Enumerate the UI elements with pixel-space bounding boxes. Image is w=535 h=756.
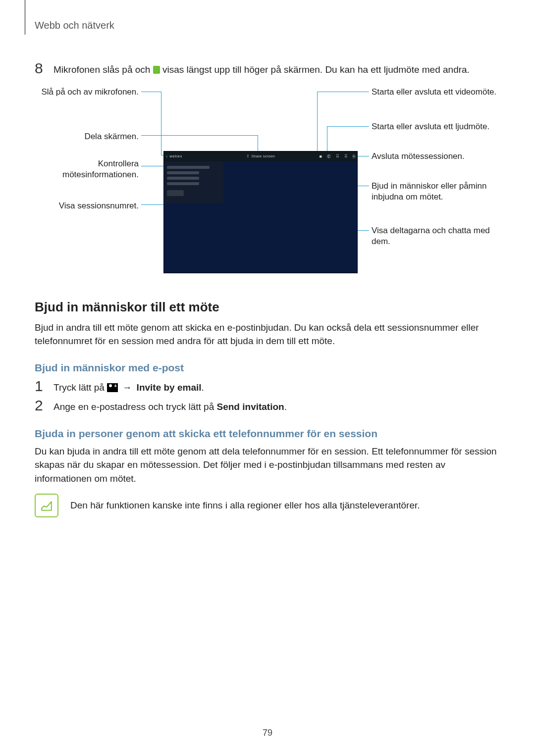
callout-share-screen: Dela skärmen. — [35, 131, 139, 142]
callout-diagram: Slå på och av mikrofonen. Dela skärmen. … — [35, 82, 500, 280]
invite-phone-body: Du kan bjuda in andra till ett möte geno… — [35, 445, 500, 486]
step-number: 2 — [35, 398, 50, 413]
step2-tail: . — [284, 402, 287, 412]
participants-icon[interactable]: ⠿ — [336, 154, 339, 159]
callout-mic-toggle: Slå på och av mikrofonen. — [35, 87, 139, 98]
step1-text-a: Tryck lätt på — [54, 382, 107, 393]
arrow-icon: → — [122, 381, 132, 395]
back-chevron-icon: ‹ — [166, 153, 167, 159]
step-number: 1 — [35, 379, 50, 394]
breadcrumb: Webb och nätverk — [35, 20, 500, 31]
step2-text-a: Ange en e-postadress och tryck lätt på — [54, 402, 217, 412]
app-screenshot: ‹ webex ⇧ Share screen ■ ✆ ⠿ ⠿ ⎘ — [163, 151, 358, 273]
invite-intro: Bjud in andra till ett möte genom att sk… — [35, 321, 500, 348]
note-box: Den här funktionen kanske inte finns i a… — [35, 494, 500, 517]
callout-video-meeting: Starta eller avsluta ett videomöte. — [372, 87, 500, 98]
audio-icon[interactable]: ✆ — [327, 154, 331, 159]
send-invitation-label: Send invitation — [217, 402, 284, 412]
callout-session-number: Visa sessionsnumret. — [35, 201, 139, 211]
add-person-icon[interactable]: ⠿ — [344, 154, 348, 159]
meeting-info-panel — [164, 161, 223, 203]
callout-view-attendees: Visa deltagarna och chatta med dem. — [372, 225, 500, 247]
callout-end-session: Avsluta mötessessionen. — [372, 151, 500, 162]
step8-text-a: Mikrofonen slås på och — [54, 64, 153, 75]
share-icon: ⇧ — [246, 154, 250, 158]
callout-meeting-info: Kontrollera mötesinformationen. — [35, 158, 139, 180]
step1-tail: . — [202, 382, 204, 393]
email-step-2: 2 Ange en e-postadress och tryck lätt på… — [35, 398, 500, 414]
video-icon[interactable]: ■ — [320, 154, 322, 159]
step8-text-b: visas längst upp till höger på skärmen. … — [162, 64, 470, 75]
note-icon — [35, 494, 58, 517]
mic-status-icon — [153, 66, 160, 74]
step-number: 8 — [35, 61, 50, 76]
webex-logo: webex — [169, 154, 182, 158]
callout-audio-meeting: Starta eller avsluta ett ljudmöte. — [372, 121, 500, 132]
share-screen-button[interactable]: ⇧ Share screen — [246, 154, 275, 158]
share-label: Share screen — [251, 154, 275, 158]
page-number: 79 — [0, 728, 535, 738]
note-text: Den här funktionen kanske inte finns i a… — [70, 500, 420, 511]
step-8: 8 Mikrofonen slås på och visas längst up… — [35, 61, 500, 77]
step-text: Mikrofonen slås på och visas längst upp … — [54, 61, 470, 77]
invite-phone-heading: Bjuda in personer genom att skicka ett t… — [35, 428, 500, 440]
invite-email-heading: Bjud in människor med e-post — [35, 362, 500, 374]
email-step-1: 1 Tryck lätt på → Invite by email. — [35, 379, 500, 395]
callout-invite-remind: Bjud in människor eller påminn inbjudna … — [372, 181, 500, 202]
invite-by-email-label: Invite by email — [137, 382, 202, 393]
app-topbar: ‹ webex ⇧ Share screen ■ ✆ ⠿ ⠿ ⎘ — [164, 151, 357, 161]
invite-heading: Bjud in människor till ett möte — [35, 300, 500, 315]
leave-icon[interactable]: ⎘ — [353, 154, 355, 159]
add-person-icon — [107, 383, 118, 392]
